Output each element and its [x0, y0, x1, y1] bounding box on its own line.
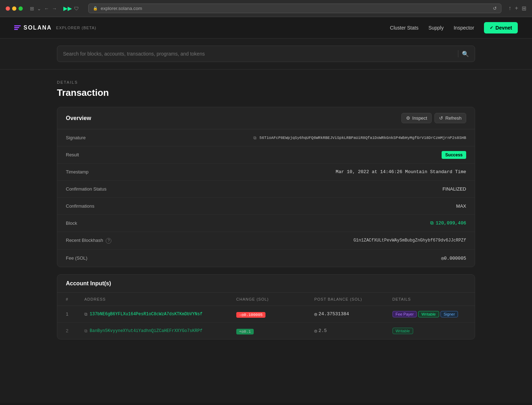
inspect-label: Inspect — [412, 115, 427, 121]
browser-actions: ↑ + ⊞ — [509, 5, 526, 12]
blockhash-row: Recent Blockhash ? G1n1ZACfXULtPevWAySmB… — [57, 232, 475, 250]
fee-label: Fee (SOL) — [66, 255, 137, 261]
col-address: ADDRESS — [84, 297, 232, 301]
row-1-post-balance: ◎ 24.37531384 — [314, 311, 388, 317]
inspect-button[interactable]: ⚙ Inspect — [401, 113, 432, 123]
fee-row: Fee (SOL) ◎0.000005 — [57, 250, 475, 267]
copy-icon[interactable]: ⧉ — [84, 328, 88, 333]
navbar: SOLANA EXPLORER (BETA) Cluster Stats Sup… — [0, 17, 532, 38]
tag-writable: Writable — [418, 311, 439, 317]
fee-value: ◎0.000005 — [441, 255, 466, 261]
browser-dots — [6, 6, 23, 11]
reload-icon[interactable]: ↺ — [493, 6, 497, 11]
grid-icon[interactable]: ⊞ — [522, 5, 526, 12]
logo-subtitle: EXPLORER (BETA) — [56, 26, 96, 30]
row-1-change-badge: -◎0.100005 — [236, 312, 265, 318]
timestamp-row: Timestamp Mar 10, 2022 at 14:46:26 Mount… — [57, 163, 475, 181]
row-2-address-link[interactable]: BanByn5KvyyneXYut4iYadhnQiZCaHEFrXXYGo7s… — [90, 328, 202, 333]
main-content: DETAILS Transaction Overview ⚙ Inspect ↺… — [0, 69, 532, 357]
chevron-down-icon[interactable]: ⌄ — [37, 6, 41, 11]
row-1-change: -◎0.100005 — [236, 311, 310, 317]
close-dot[interactable] — [6, 6, 10, 11]
new-tab-icon[interactable]: + — [515, 5, 518, 12]
logo-bar-1 — [14, 25, 21, 26]
refresh-label: Refresh — [445, 115, 462, 121]
back-button[interactable]: ← — [44, 6, 49, 11]
blockhash-value: G1n1ZACfXULtPevWAySmBubgZnGhybf679dv6JJc… — [353, 238, 466, 243]
col-change: CHANGE (SOL) — [236, 297, 310, 301]
overview-title: Overview — [66, 115, 91, 121]
nav-cluster-stats[interactable]: Cluster Stats — [390, 25, 418, 31]
share-icon[interactable]: ↑ — [509, 5, 511, 12]
block-number: 120,099,406 — [436, 220, 466, 226]
overview-card-header: Overview ⚙ Inspect ↺ Refresh — [57, 107, 475, 129]
confirmation-status-value: FINALIZED — [443, 186, 466, 192]
table-row: 2 ⧉ BanByn5KvyyneXYut4iYadhnQiZCaHEFrXXY… — [57, 323, 475, 339]
overview-card: Overview ⚙ Inspect ↺ Refresh Signature ⧉ — [57, 107, 475, 267]
sidebar-toggle-icon[interactable]: ⊞ — [30, 6, 34, 11]
table-row: 1 ⧉ 137bNE6gB6YFLXu164PesR1oC8cWzA7dsKTK… — [57, 306, 475, 323]
browser-logo-icon: ▶▶ — [63, 5, 72, 12]
nav-links: Cluster Stats Supply Inspector Devnet — [390, 22, 518, 33]
devnet-button[interactable]: Devnet — [484, 22, 518, 33]
tag-fee-payer: Fee Payer — [393, 311, 417, 317]
block-row: Block ⧉ 120,099,406 — [57, 215, 475, 232]
gear-icon: ⚙ — [406, 115, 410, 121]
row-2-balance-value: 2.5 — [318, 328, 327, 333]
signature-row: Signature ⧉ 56T1oAFcP8EWpjqSy6hqUFQ6WRkR… — [57, 129, 475, 146]
col-post-balance: POST BALANCE (SOL) — [314, 297, 388, 301]
block-copy-icon: ⧉ — [430, 220, 433, 226]
block-value: ⧉ 120,099,406 — [430, 220, 466, 226]
confirmations-row: Confirmations MAX — [57, 198, 475, 215]
sol-circle-icon: ◎ — [314, 328, 317, 334]
section-label: DETAILS — [57, 80, 475, 84]
logo-text: SOLANA — [23, 25, 52, 31]
tag-writable-2: Writable — [393, 328, 413, 334]
tag-signer: Signer — [441, 311, 458, 317]
nav-supply[interactable]: Supply — [428, 25, 444, 31]
refresh-icon: ↺ — [439, 115, 443, 121]
row-1-balance-value: 24.37531384 — [318, 311, 349, 317]
forward-button[interactable]: → — [52, 6, 57, 11]
logo-icon — [14, 25, 21, 30]
card-actions: ⚙ Inspect ↺ Refresh — [401, 113, 466, 123]
block-link[interactable]: ⧉ 120,099,406 — [430, 220, 466, 226]
help-icon[interactable]: ? — [106, 238, 111, 244]
confirmations-value: MAX — [456, 203, 466, 209]
row-2-tags: Writable — [393, 328, 466, 334]
row-2-change-badge: +◎0.1 — [236, 329, 254, 334]
sol-circle-icon: ◎ — [314, 311, 317, 317]
account-inputs-header: Account Input(s) — [57, 275, 475, 293]
lock-icon: 🔒 — [93, 6, 98, 11]
blockhash-label: Recent Blockhash ? — [66, 238, 137, 244]
browser-chrome: ⊞ ⌄ ← → ▶▶ 🛡 🔒 explorer.solana.com ↺ ↑ +… — [0, 0, 532, 17]
address-bar[interactable]: 🔒 explorer.solana.com ↺ — [88, 4, 501, 13]
row-2-num: 2 — [66, 328, 80, 333]
shield-icon: 🛡 — [74, 6, 79, 11]
row-2-address-cell: ⧉ BanByn5KvyyneXYut4iYadhnQiZCaHEFrXXYGo… — [84, 328, 232, 333]
search-input[interactable] — [63, 51, 454, 57]
copy-icon[interactable]: ⧉ — [84, 312, 88, 317]
search-button[interactable]: 🔍 — [462, 51, 469, 57]
row-2-change: +◎0.1 — [236, 328, 310, 334]
row-1-address-cell: ⧉ 137bNE6gB6YFLXu164PesR1oC8cWzA7dsKTKmD… — [84, 312, 232, 317]
maximize-dot[interactable] — [19, 6, 23, 11]
search-bar: 🔍 — [57, 46, 475, 62]
refresh-button[interactable]: ↺ Refresh — [434, 113, 466, 123]
row-1-tags: Fee Payer Writable Signer — [393, 311, 466, 317]
minimize-dot[interactable] — [12, 6, 16, 11]
confirmations-label: Confirmations — [66, 203, 137, 209]
logo-area: SOLANA EXPLORER (BETA) — [14, 25, 96, 31]
confirmation-status-label: Confirmation Status — [66, 186, 137, 192]
row-2-post-balance: ◎ 2.5 — [314, 328, 388, 334]
account-inputs-title: Account Input(s) — [66, 280, 111, 287]
row-1-address-link[interactable]: 137bNE6gB6YFLXu164PesR1oC8cWzA7dsKTKmDbV… — [90, 312, 202, 317]
confirmation-status-row: Confirmation Status FINALIZED — [57, 181, 475, 198]
result-value: Success — [442, 152, 466, 157]
nav-inspector[interactable]: Inspector — [454, 25, 474, 31]
result-row: Result Success — [57, 146, 475, 163]
signature-label: Signature — [66, 135, 137, 140]
copy-icon[interactable]: ⧉ — [253, 135, 257, 140]
signature-text: 56T1oAFcP8EWpjqSy6hqUFQ6WRkRBEJViSpkLRBP… — [259, 136, 466, 140]
signature-value: ⧉ 56T1oAFcP8EWpjqSy6hqUFQ6WRkRBEJViSpkLR… — [253, 135, 466, 140]
